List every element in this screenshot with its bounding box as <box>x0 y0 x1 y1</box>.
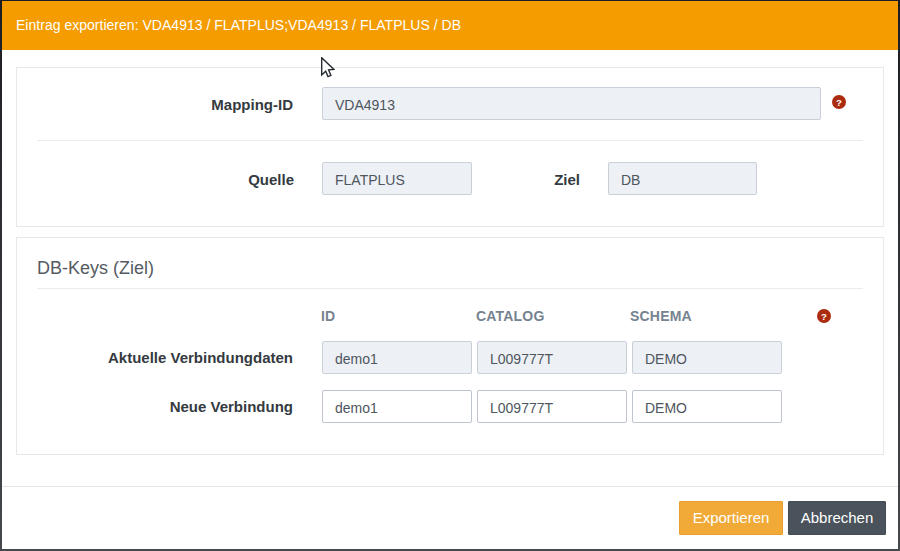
svg-text:?: ? <box>821 311 827 322</box>
svg-text:?: ? <box>836 97 842 108</box>
